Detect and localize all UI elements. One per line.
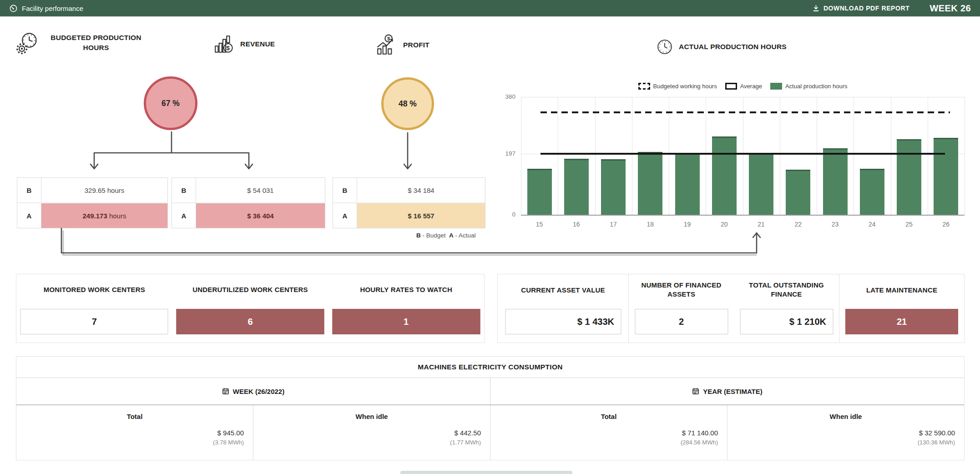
monitored-work-centers: MONITORED WORK CENTERS 7 <box>16 274 172 343</box>
gridline-vertical <box>965 97 965 215</box>
bar-week-18 <box>638 152 662 215</box>
budgeted-hours-percent-circle: 67 % <box>144 76 197 130</box>
underutilized-work-centers: UNDERUTILIZED WORK CENTERS 6 <box>172 274 328 343</box>
gridline-horizontal <box>521 97 965 97</box>
profit-percent-circle: 48 % <box>381 77 434 130</box>
electricity-table-title: MACHINES ELECTRICITY CONSUMPTION <box>16 357 964 378</box>
chart-title-header: ACTUAL PRODUCTION HOURS <box>655 37 787 56</box>
budget-value: $ 34 184 <box>357 178 485 202</box>
cell-header: Total <box>16 413 253 420</box>
clock-gear-icon <box>15 31 39 55</box>
week-badge: WEEK 26 <box>929 3 971 14</box>
gridline-vertical <box>928 97 928 215</box>
gridline-vertical <box>632 97 632 215</box>
number-of-financed-assets: NUMBER OF FINANCED ASSETS 2 <box>629 274 734 343</box>
bar-week-24 <box>860 169 884 215</box>
gridline-vertical <box>595 97 596 215</box>
percent-value: 48 % <box>399 99 417 109</box>
cell-amount: $ 442.50 <box>455 429 481 437</box>
period-week: WEEK (26/2022) <box>16 378 490 404</box>
stat-label: TOTAL OUTSTANDING FINANCE <box>743 281 830 299</box>
cell-amount: $ 71 140.00 <box>682 429 718 437</box>
calendar-icon <box>222 388 229 395</box>
y-tick-label: 0 <box>493 211 515 218</box>
hourly-rates-to-watch-value: 1 <box>332 309 480 334</box>
gridline-vertical <box>817 97 817 215</box>
work-centers-panel: MONITORED WORK CENTERS 7 UNDERUTILIZED W… <box>16 274 485 343</box>
revenue-table: B $ 54 031 A $ 36 404 <box>172 177 325 228</box>
actual-number: 249.173 <box>83 212 107 220</box>
machines-electricity-consumption-table: MACHINES ELECTRICITY CONSUMPTION WEEK (2… <box>16 356 965 460</box>
x-tick-label: 25 <box>891 221 928 228</box>
chart-title: ACTUAL PRODUCTION HOURS <box>679 42 787 52</box>
gridline-vertical <box>669 97 669 215</box>
week-total-cell: Total $ 945.00 (3.78 MWh) <box>16 405 253 460</box>
clock-icon <box>655 37 674 56</box>
late-maintenance-value-box: 21 <box>845 309 958 334</box>
bar-week-16 <box>564 159 589 215</box>
stat-label: NUMBER OF FINANCED ASSETS <box>641 281 722 299</box>
x-tick-label: 17 <box>595 221 632 228</box>
bar-week-23 <box>823 148 848 215</box>
gridline-vertical <box>521 97 521 215</box>
actual-row: A 249.173 hours <box>17 202 167 228</box>
topbar: Facility performance DOWNLOAD PDF REPORT… <box>0 0 980 17</box>
x-tick-label: 16 <box>558 221 595 228</box>
kpi-title: PROFIT <box>403 40 429 50</box>
kpi-revenue-header: $ REVENUE <box>213 33 275 55</box>
stat-label: MONITORED WORK CENTERS <box>16 285 172 294</box>
budget-row: B 329.65 hours <box>17 178 167 202</box>
actual-row: A $ 36 404 <box>172 202 325 228</box>
legend-label: Budgeted working hours <box>653 83 717 90</box>
actual-value: 249.173 hours <box>41 203 167 228</box>
row-key-b: B <box>17 178 41 202</box>
profit-trend-icon: $ <box>376 34 399 56</box>
bar-week-26 <box>934 138 958 215</box>
gridline-vertical <box>854 97 854 215</box>
x-tick-label: 19 <box>669 221 706 228</box>
calendar-icon <box>692 388 699 395</box>
budget-value: $ 54 031 <box>196 178 325 202</box>
gridline-vertical <box>706 97 706 215</box>
late-maintenance: LATE MAINTENANCE 21 <box>839 274 964 343</box>
cell-energy: (130.36 MWh) <box>918 439 955 446</box>
download-pdf-button[interactable]: DOWNLOAD PDF REPORT <box>809 4 913 13</box>
y-tick-label: 380 <box>493 93 515 100</box>
bars-dollar-icon: $ <box>213 33 236 55</box>
bar-week-17 <box>601 159 626 215</box>
kpi-title: REVENUE <box>240 39 275 49</box>
cell-header: When idle <box>727 413 964 420</box>
production-hours-bar-chart <box>521 97 965 216</box>
gridline-vertical <box>558 97 558 215</box>
legend-actual-production-hours: Actual production hours <box>770 83 848 90</box>
gridline-vertical <box>780 97 780 215</box>
next-section-cutoff <box>400 471 572 474</box>
solid-line-swatch <box>725 83 737 90</box>
actual-unit: hours <box>107 212 126 220</box>
row-key-a: A <box>333 203 357 228</box>
y-tick-label: 197 <box>493 150 515 157</box>
current-asset-value: CURRENT ASSET VALUE $ 1 433K <box>498 274 629 343</box>
underutilized-work-centers-value: 6 <box>177 309 324 334</box>
x-tick-label: 24 <box>854 221 890 228</box>
row-key-a: A <box>172 203 196 228</box>
actual-value: $ 36 404 <box>196 203 325 228</box>
gridline-vertical <box>891 97 891 215</box>
financed-assets-value-box: 2 <box>635 309 728 334</box>
actual-row: A $ 16 557 <box>333 202 485 228</box>
download-icon <box>812 5 820 12</box>
bar-week-19 <box>675 153 700 215</box>
kpi-budgeted-hours-header: BUDGETED PRODUCTION HOURS <box>15 31 148 55</box>
period-year: YEAR (ESTIMATE) <box>490 378 964 404</box>
x-tick-label: 26 <box>928 221 965 228</box>
actual-value: $ 16 557 <box>357 203 485 228</box>
stat-label: UNDERUTILIZED WORK CENTERS <box>172 285 328 294</box>
budget-value: 329.65 hours <box>41 178 167 202</box>
x-tick-label: 21 <box>743 221 780 228</box>
stat-label: HOURLY RATES TO WATCH <box>328 285 484 294</box>
electricity-period-row: WEEK (26/2022) YEAR (ESTIMATE) <box>16 378 964 405</box>
row-key-b: B <box>333 178 357 202</box>
legend-label: Actual production hours <box>785 83 848 90</box>
bar-week-22 <box>786 170 810 215</box>
row-key-b: B <box>172 178 196 202</box>
